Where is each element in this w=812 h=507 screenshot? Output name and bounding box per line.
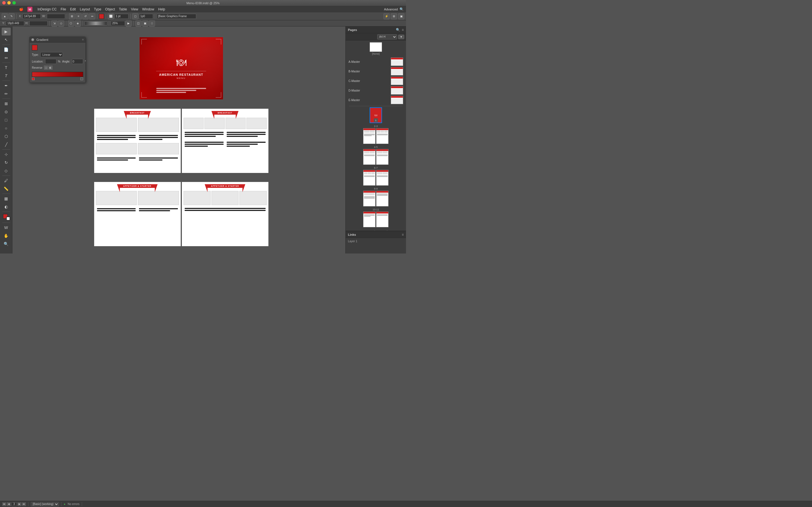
menu-item-file[interactable]: File: [61, 7, 66, 11]
view-mode-1[interactable]: ◫: [135, 20, 142, 26]
flip-btn[interactable]: ⇔: [89, 13, 95, 19]
stroke-style[interactable]: [139, 14, 153, 19]
view-btn[interactable]: ⊞: [391, 13, 397, 19]
gradient-angle-input[interactable]: [72, 59, 83, 64]
stroke-btn[interactable]: ⬜: [108, 13, 114, 19]
master-b-master[interactable]: B-Master: [347, 66, 404, 76]
menu-item-type[interactable]: Type: [94, 7, 101, 11]
menu-item-object[interactable]: Object: [105, 7, 115, 11]
path-btn[interactable]: ⬡: [68, 20, 74, 26]
y-field[interactable]: [6, 21, 24, 26]
menu-item-layout[interactable]: Layout: [80, 7, 90, 11]
transform-btn[interactable]: ⊞: [69, 13, 75, 19]
anchor-btn[interactable]: ◈: [75, 20, 81, 26]
tool-gradient-feather[interactable]: ◐: [2, 203, 11, 211]
master-d-master[interactable]: D-Master: [347, 86, 404, 95]
menu-item-table[interactable]: Table: [119, 7, 127, 11]
tool-direct-select[interactable]: ↖: [2, 36, 11, 44]
page-8-thumb[interactable]: [363, 191, 375, 207]
format-select[interactable]: A4 H: [377, 34, 397, 40]
tool-gap[interactable]: ⇔: [2, 54, 11, 62]
page-appetizer-left[interactable]: APPETIZER & STARTER: [94, 182, 181, 246]
page-3[interactable]: BREAKFAST: [182, 108, 269, 173]
format-expand[interactable]: ▼: [398, 35, 404, 39]
h-field[interactable]: [29, 21, 48, 26]
gradient-panel-expand[interactable]: ≡: [82, 38, 84, 41]
menu-item-help[interactable]: Help: [158, 7, 165, 11]
shear-btn[interactable]: ◇: [58, 20, 64, 26]
tool-line[interactable]: ╱: [2, 140, 11, 149]
gradient-bar[interactable]: [32, 72, 83, 77]
page-1-thumb[interactable]: 🍽 1: [370, 107, 382, 123]
page-10-thumb[interactable]: [363, 212, 375, 227]
corner-btn[interactable]: ◻: [132, 13, 139, 19]
page-6-thumb[interactable]: [363, 170, 375, 186]
tool-select[interactable]: ▲: [2, 13, 8, 19]
page-appetizer-right[interactable]: APPETIZER & STARTER: [182, 182, 269, 246]
page-7-thumb[interactable]: [376, 170, 389, 186]
gradient-stop-left[interactable]: [32, 77, 35, 80]
menu-item-view[interactable]: View: [131, 7, 138, 11]
stroke-gradient-preview[interactable]: [85, 21, 107, 25]
view-mode-3[interactable]: □: [149, 20, 155, 26]
tool-type-on-path[interactable]: T: [2, 72, 11, 80]
gradient-location-input[interactable]: [45, 59, 56, 64]
tool-zoom[interactable]: 🔍: [2, 240, 11, 248]
page-2-thumb[interactable]: [363, 128, 375, 144]
preflight-btn[interactable]: ⚡: [384, 13, 390, 19]
tool-preview[interactable]: W: [2, 224, 11, 231]
pages-panel-menu[interactable]: ≡: [402, 28, 404, 32]
minimize-button[interactable]: [7, 1, 11, 4]
view-mode-2[interactable]: ▣: [142, 20, 148, 26]
tool-pencil[interactable]: ✏: [2, 90, 11, 98]
master-c-master[interactable]: C-Master: [347, 76, 404, 86]
pages-panel-search[interactable]: 🔍: [396, 28, 400, 32]
align-btn[interactable]: ≡: [75, 13, 82, 19]
tool-gradient[interactable]: ▦: [2, 194, 11, 203]
page-4-thumb[interactable]: [363, 149, 375, 165]
zoom-input[interactable]: [111, 21, 125, 26]
tool-type[interactable]: T: [2, 64, 11, 71]
master-a-master[interactable]: A-Master: [347, 57, 404, 66]
page-3-thumb[interactable]: [376, 128, 389, 144]
page-5-thumb[interactable]: [376, 149, 389, 165]
tool-pointer[interactable]: ▶: [2, 27, 11, 36]
tool-shear[interactable]: ◇: [2, 167, 11, 175]
tool-rectangle[interactable]: □: [2, 116, 11, 124]
reverse-btn-2[interactable]: ◧: [49, 66, 52, 69]
traffic-lights[interactable]: [2, 1, 16, 4]
reverse-btn-1[interactable]: ◫: [44, 66, 48, 69]
page-2[interactable]: BREAKFAST: [94, 108, 181, 173]
tool-measure[interactable]: 📏: [2, 185, 11, 193]
master-e-master[interactable]: E-Master: [347, 95, 404, 105]
tool-free-transform[interactable]: ⊹: [2, 151, 11, 158]
tool-pen[interactable]: ✎: [8, 13, 15, 19]
none-thumb[interactable]: [370, 42, 382, 52]
tool-polygon[interactable]: ⬡: [2, 132, 11, 140]
tool-ellipse-frame[interactable]: ⊙: [2, 108, 11, 116]
cover-page[interactable]: 🍽 American Restaurant Menu: [139, 37, 223, 100]
tool-hand[interactable]: ✋: [2, 232, 11, 240]
fill-color[interactable]: [99, 14, 104, 19]
gradient-panel-close[interactable]: ✕: [31, 38, 34, 41]
zoom-in-btn[interactable]: ▶: [125, 20, 132, 26]
frame-type[interactable]: [157, 14, 196, 19]
menu-item-window[interactable]: Window: [142, 7, 154, 11]
scale-btn[interactable]: ⇲: [51, 20, 57, 26]
search-icon[interactable]: 🔍: [400, 7, 404, 11]
tool-ellipse[interactable]: ○: [2, 124, 11, 132]
x-field[interactable]: [22, 14, 41, 19]
menu-item-apple[interactable]: 🍎: [19, 7, 23, 11]
gradient-type-select[interactable]: Linear Radial: [40, 52, 63, 57]
screen-mode-btn[interactable]: ▣: [398, 13, 404, 19]
page-11-thumb[interactable]: [376, 212, 389, 227]
tool-rectangle-frame[interactable]: ⊠: [2, 100, 11, 108]
tool-page[interactable]: 📄: [2, 46, 11, 54]
stroke-swatch[interactable]: [6, 217, 10, 221]
gradient-panel-header[interactable]: ✕ Gradient ≡: [30, 37, 86, 43]
tool-pen[interactable]: ✒: [2, 82, 11, 90]
menu-item-indesign[interactable]: InDesign CC: [38, 7, 57, 11]
menu-item-edit[interactable]: Edit: [70, 7, 76, 11]
tool-rotate[interactable]: ↻: [2, 159, 11, 166]
links-panel-menu[interactable]: ≡: [402, 233, 404, 237]
